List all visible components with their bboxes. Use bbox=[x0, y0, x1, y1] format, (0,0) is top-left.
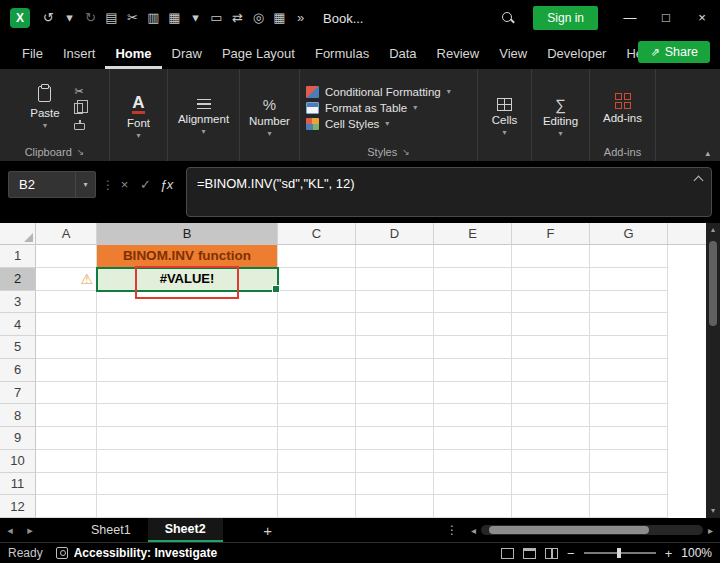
clipboard-icon[interactable]: ▤ bbox=[101, 0, 122, 36]
cell-B7[interactable] bbox=[97, 382, 278, 405]
cell-D11[interactable] bbox=[356, 473, 434, 496]
formula-input[interactable]: =BINOM.INV("sd","KL", 12) bbox=[186, 167, 712, 217]
cell-G4[interactable] bbox=[590, 313, 668, 336]
cell-B12[interactable] bbox=[97, 495, 278, 518]
cell-G10[interactable] bbox=[590, 450, 668, 473]
column-header-A[interactable]: A bbox=[36, 223, 97, 245]
error-warning-icon[interactable]: ⚠ bbox=[80, 272, 93, 286]
cell-A6[interactable] bbox=[36, 359, 97, 382]
tab-data[interactable]: Data bbox=[379, 39, 426, 69]
cell-B2[interactable]: #VALUE! bbox=[97, 268, 278, 291]
tab-page-layout[interactable]: Page Layout bbox=[212, 39, 305, 69]
row-header-12[interactable]: 12 bbox=[0, 495, 36, 518]
cell-D3[interactable] bbox=[356, 291, 434, 314]
cell-F8[interactable] bbox=[512, 404, 590, 427]
cell-E6[interactable] bbox=[434, 359, 512, 382]
chart-icon[interactable]: ▥ bbox=[143, 0, 164, 36]
cell-E7[interactable] bbox=[434, 382, 512, 405]
formula-bar-grip-icon[interactable]: ⋮ bbox=[102, 178, 114, 192]
close-button[interactable]: × bbox=[684, 0, 720, 36]
cell-D5[interactable] bbox=[356, 336, 434, 359]
sign-in-button[interactable]: Sign in bbox=[533, 6, 598, 30]
cell-A10[interactable] bbox=[36, 450, 97, 473]
clipboard-dialog-launcher-icon[interactable]: ↘ bbox=[77, 147, 85, 157]
sheet-menu-icon[interactable]: ⋮ bbox=[446, 523, 458, 537]
cell-C6[interactable] bbox=[278, 359, 356, 382]
cell-A5[interactable] bbox=[36, 336, 97, 359]
cell-G1[interactable] bbox=[590, 245, 668, 268]
cell-E9[interactable] bbox=[434, 427, 512, 450]
cell-C2[interactable] bbox=[278, 268, 356, 291]
row-header-1[interactable]: 1 bbox=[0, 245, 36, 268]
table-icon[interactable]: ▦ bbox=[269, 0, 290, 36]
styles-button-format-as-table[interactable]: Format as Table▾ bbox=[306, 102, 417, 114]
cell-D4[interactable] bbox=[356, 313, 434, 336]
cell-A11[interactable] bbox=[36, 473, 97, 496]
cell-E5[interactable] bbox=[434, 336, 512, 359]
copy-button-icon[interactable] bbox=[74, 103, 83, 114]
column-header-F[interactable]: F bbox=[512, 223, 590, 245]
cell-F12[interactable] bbox=[512, 495, 590, 518]
cell-D8[interactable] bbox=[356, 404, 434, 427]
select-all-button[interactable] bbox=[0, 223, 36, 245]
cell-A9[interactable] bbox=[36, 427, 97, 450]
sheet-nav-right-icon[interactable]: ▸ bbox=[20, 524, 40, 537]
insert-function-button[interactable]: ƒx bbox=[156, 177, 177, 192]
tab-formulas[interactable]: Formulas bbox=[305, 39, 379, 69]
cell-G12[interactable] bbox=[590, 495, 668, 518]
cell-G5[interactable] bbox=[590, 336, 668, 359]
cell-F1[interactable] bbox=[512, 245, 590, 268]
cell-D1[interactable] bbox=[356, 245, 434, 268]
enter-button[interactable]: ✓ bbox=[135, 177, 156, 192]
cut-button-icon[interactable]: ✂ bbox=[74, 86, 85, 97]
cell-A7[interactable] bbox=[36, 382, 97, 405]
cell-E2[interactable] bbox=[434, 268, 512, 291]
share-button[interactable]: ⇗ Share bbox=[638, 41, 710, 63]
horizontal-scrollbar-thumb[interactable] bbox=[489, 526, 649, 534]
tab-draw[interactable]: Draw bbox=[162, 39, 212, 69]
addins-button[interactable]: Add-ins bbox=[597, 91, 648, 126]
search-icon[interactable] bbox=[501, 11, 515, 25]
cell-C4[interactable] bbox=[278, 313, 356, 336]
cell-B11[interactable] bbox=[97, 473, 278, 496]
tab-file[interactable]: File bbox=[12, 39, 53, 69]
cell-D6[interactable] bbox=[356, 359, 434, 382]
cell-A1[interactable] bbox=[36, 245, 97, 268]
font-group-button[interactable]: A Font ▾ bbox=[121, 92, 156, 143]
tab-insert[interactable]: Insert bbox=[53, 39, 106, 69]
tab-review[interactable]: Review bbox=[427, 39, 490, 69]
cell-F6[interactable] bbox=[512, 359, 590, 382]
cell-C11[interactable] bbox=[278, 473, 356, 496]
swap-icon[interactable]: ⇄ bbox=[227, 0, 248, 36]
cell-A4[interactable] bbox=[36, 313, 97, 336]
cell-F7[interactable] bbox=[512, 382, 590, 405]
collapse-ribbon-icon[interactable]: ▴ bbox=[705, 148, 710, 158]
number-group-button[interactable]: % Number ▾ bbox=[243, 95, 296, 140]
cell-B8[interactable] bbox=[97, 404, 278, 427]
cell-F4[interactable] bbox=[512, 313, 590, 336]
styles-button-conditional-formatting[interactable]: Conditional Formatting▾ bbox=[306, 86, 451, 98]
row-header-10[interactable]: 10 bbox=[0, 450, 36, 473]
sheet-nav-left-icon[interactable]: ◂ bbox=[0, 524, 20, 537]
cell-G3[interactable] bbox=[590, 291, 668, 314]
redo-icon[interactable]: ↻ bbox=[80, 0, 101, 36]
cell-C5[interactable] bbox=[278, 336, 356, 359]
row-header-5[interactable]: 5 bbox=[0, 336, 36, 359]
row-header-3[interactable]: 3 bbox=[0, 291, 36, 314]
excel-logo[interactable]: X bbox=[10, 8, 30, 28]
cell-B5[interactable] bbox=[97, 336, 278, 359]
cell-D10[interactable] bbox=[356, 450, 434, 473]
cell-F5[interactable] bbox=[512, 336, 590, 359]
page-layout-view-icon[interactable] bbox=[523, 548, 536, 559]
cell-E1[interactable] bbox=[434, 245, 512, 268]
cell-E11[interactable] bbox=[434, 473, 512, 496]
tab-view[interactable]: View bbox=[489, 39, 537, 69]
tab-home[interactable]: Home bbox=[105, 39, 161, 69]
row-header-7[interactable]: 7 bbox=[0, 382, 36, 405]
cell-B9[interactable] bbox=[97, 427, 278, 450]
minimize-button[interactable]: — bbox=[612, 0, 648, 36]
cell-G6[interactable] bbox=[590, 359, 668, 382]
column-header-E[interactable]: E bbox=[434, 223, 512, 245]
name-box-dropdown-icon[interactable]: ▾ bbox=[75, 172, 95, 197]
cell-G8[interactable] bbox=[590, 404, 668, 427]
